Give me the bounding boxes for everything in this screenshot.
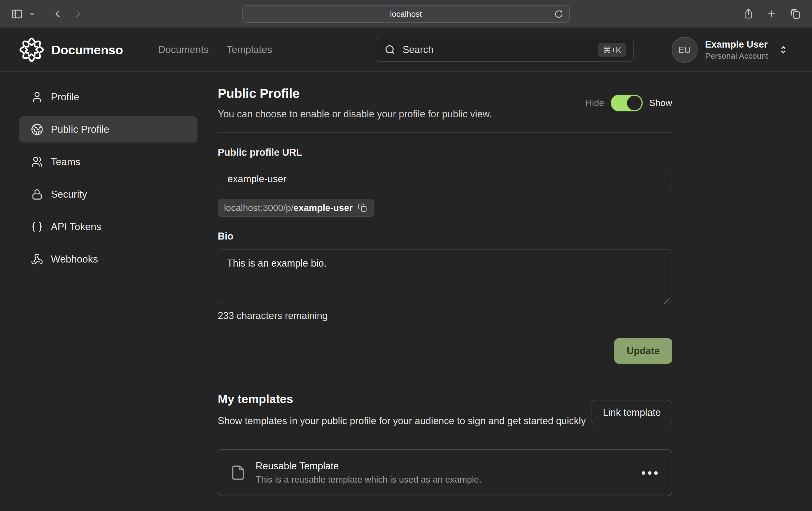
toggle-hide-label: Hide bbox=[585, 98, 604, 108]
profile-url-label: Public profile URL bbox=[218, 147, 672, 158]
file-icon bbox=[230, 465, 246, 480]
template-title: Reusable Template bbox=[256, 460, 482, 472]
browser-chrome: localhost bbox=[0, 0, 812, 28]
new-tab-icon[interactable] bbox=[766, 8, 777, 20]
brand-name: Documenso bbox=[51, 42, 123, 57]
public-profile-settings: Public Profile You can choose to enable … bbox=[218, 72, 672, 496]
update-button[interactable]: Update bbox=[614, 338, 672, 364]
sidebar-item-profile[interactable]: Profile bbox=[19, 84, 198, 110]
avatar: EU bbox=[672, 37, 698, 63]
sidebar-item-label: Security bbox=[51, 189, 87, 200]
profile-url-input[interactable] bbox=[218, 166, 672, 192]
copy-icon[interactable] bbox=[357, 203, 367, 212]
bio-label: Bio bbox=[218, 231, 672, 242]
address-bar[interactable]: localhost bbox=[242, 5, 570, 23]
search-icon bbox=[384, 44, 396, 55]
sidebar-chevron-icon[interactable] bbox=[29, 10, 36, 17]
sidebar-item-teams[interactable]: Teams bbox=[19, 149, 198, 175]
nav-templates[interactable]: Templates bbox=[227, 44, 272, 55]
documenso-logo-icon bbox=[19, 37, 45, 62]
chevrons-up-down-icon bbox=[778, 44, 789, 55]
page-title: Public Profile bbox=[218, 86, 492, 101]
my-templates-description: Show templates in your public profile fo… bbox=[218, 414, 586, 428]
sidebar-toggle-icon[interactable] bbox=[11, 7, 23, 20]
share-icon[interactable] bbox=[743, 8, 754, 20]
sidebar-item-label: API Tokens bbox=[51, 221, 101, 233]
toggle-knob bbox=[627, 96, 642, 110]
sidebar-item-api-tokens[interactable]: API Tokens bbox=[19, 214, 198, 240]
template-options-icon[interactable]: ●●● bbox=[641, 468, 660, 477]
sidebar-item-label: Webhooks bbox=[51, 253, 98, 265]
sidebar-item-webhooks[interactable]: Webhooks bbox=[19, 246, 198, 272]
visibility-toggle-row: Hide Show bbox=[585, 95, 672, 111]
sidebar-item-security[interactable]: Security bbox=[19, 181, 198, 207]
search-placeholder: Search bbox=[403, 44, 434, 55]
tab-overview-icon[interactable] bbox=[789, 8, 801, 20]
profile-visibility-toggle[interactable] bbox=[611, 95, 643, 111]
user-menu[interactable]: EU Example User Personal Account bbox=[672, 37, 789, 63]
braces-icon bbox=[31, 221, 43, 233]
toggle-show-label: Show bbox=[649, 98, 672, 108]
user-icon bbox=[31, 91, 43, 103]
url-preview-slug: example-user bbox=[293, 203, 353, 213]
main-nav: Documents Templates bbox=[158, 44, 272, 55]
lock-icon bbox=[31, 188, 43, 201]
bio-textarea[interactable]: This is an example bio. bbox=[218, 249, 672, 304]
section-divider bbox=[218, 132, 672, 133]
settings-sidebar: Profile Public Profile Teams Security AP… bbox=[19, 72, 198, 278]
globe-icon bbox=[31, 123, 43, 136]
address-bar-url: localhost bbox=[390, 9, 422, 19]
sidebar-item-label: Teams bbox=[51, 156, 80, 168]
app-header: Documenso Documents Templates Search ⌘+K… bbox=[0, 28, 812, 72]
user-account-type: Personal Account bbox=[705, 51, 768, 61]
search-input[interactable]: Search ⌘+K bbox=[375, 38, 634, 62]
user-name: Example User bbox=[705, 39, 768, 50]
my-templates-title: My templates bbox=[218, 392, 586, 406]
search-shortcut-badge: ⌘+K bbox=[598, 43, 626, 57]
sidebar-item-label: Public Profile bbox=[51, 124, 109, 135]
url-preview-prefix: localhost:3000/p/ bbox=[224, 203, 293, 213]
link-template-button[interactable]: Link template bbox=[591, 400, 672, 425]
users-icon bbox=[31, 156, 43, 168]
profile-url-preview[interactable]: localhost:3000/p/example-user bbox=[218, 199, 374, 216]
reload-icon[interactable] bbox=[554, 9, 563, 19]
forward-button bbox=[72, 8, 83, 19]
back-button[interactable] bbox=[53, 8, 63, 19]
webhook-icon bbox=[31, 253, 43, 266]
template-description: This is a reusable template which is use… bbox=[256, 475, 482, 485]
nav-documents[interactable]: Documents bbox=[158, 44, 209, 55]
sidebar-item-public-profile[interactable]: Public Profile bbox=[19, 116, 198, 143]
sidebar-item-label: Profile bbox=[51, 91, 79, 103]
characters-remaining: 233 characters remaining bbox=[218, 310, 672, 322]
brand[interactable]: Documenso bbox=[19, 37, 123, 62]
template-card[interactable]: Reusable Template This is a reusable tem… bbox=[218, 449, 672, 496]
page-subtitle: You can choose to enable or disable your… bbox=[218, 109, 492, 120]
avatar-initials: EU bbox=[678, 44, 691, 55]
